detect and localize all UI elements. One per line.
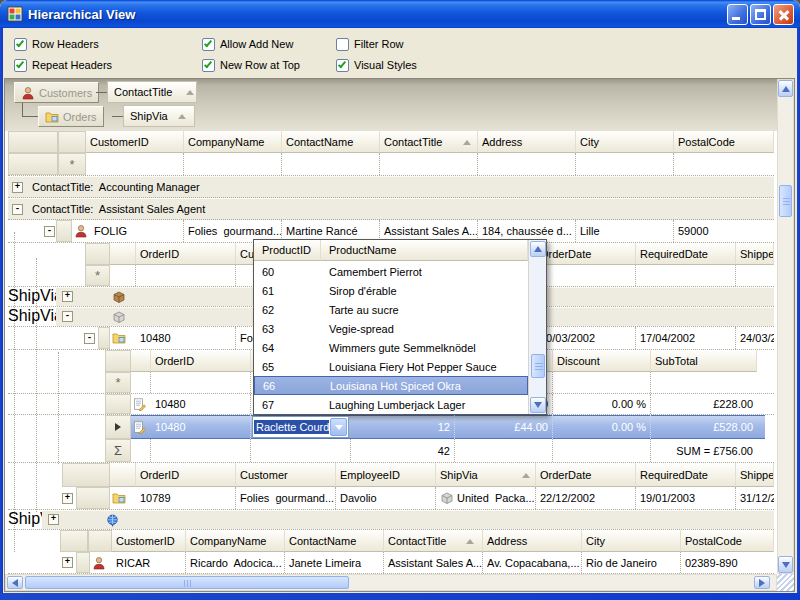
combo-dropdown-button[interactable]: [330, 418, 347, 436]
grid-cell-requireddate[interactable]: 19/01/2003: [636, 487, 736, 509]
grid-cell-postalcode[interactable]: 02389-890: [681, 552, 774, 573]
col-header-orderdate[interactable]: OrderDate: [536, 243, 636, 265]
dropdown-item-62[interactable]: 62 Tarte au sucre: [254, 300, 528, 319]
dropdown-item-61[interactable]: 61 Sirop d'érable: [254, 281, 528, 300]
col-header-orderid[interactable]: OrderID: [136, 243, 236, 265]
dropdown-item-65[interactable]: 65 Louisiana Fiery Hot Pepper Sauce: [254, 357, 528, 376]
dropdown-item-67[interactable]: 67 Laughing Lumberjack Lager: [254, 395, 528, 414]
col-header-customerid[interactable]: CustomerID: [112, 530, 186, 552]
col-header-employeeid[interactable]: EmployeeID: [336, 463, 436, 487]
dropdown-item-64[interactable]: 64 Wimmers gute Semmelknödel: [254, 338, 528, 357]
col-header-address[interactable]: Address: [478, 131, 576, 153]
checkbox-new-row-at-top[interactable]: New Row at Top: [202, 58, 300, 72]
grid-cell-customerid[interactable]: FOLIG: [86, 220, 184, 242]
grid-cell-customerid[interactable]: RICAR: [112, 552, 186, 573]
minimize-button[interactable]: [727, 4, 748, 25]
col-header-productid[interactable]: ProductID: [254, 240, 321, 261]
col-header-contactname[interactable]: ContactName: [282, 131, 380, 153]
col-header-requireddate[interactable]: RequiredDate: [636, 243, 736, 265]
grid-cell-address[interactable]: Av. Copacabana,...: [483, 552, 582, 573]
grid-cell-discount[interactable]: 0.00 %: [553, 394, 651, 414]
groupby-table-customers[interactable]: Customers: [14, 82, 99, 103]
collapse-icon[interactable]: -: [44, 226, 55, 237]
grid-cell[interactable]: [553, 372, 651, 393]
dropdown-item-60[interactable]: 60 Camembert Pierrot: [254, 262, 528, 281]
detail-row-selected[interactable]: 10480 12 £44.00 0.00 % £528.00: [8, 415, 774, 439]
expand-icon[interactable]: +: [12, 182, 23, 193]
grid-cell[interactable]: [380, 153, 478, 175]
grid-cell[interactable]: [136, 265, 236, 286]
grid-cell-customer[interactable]: Folies gourmand...: [236, 487, 336, 509]
col-header-city[interactable]: City: [576, 131, 674, 153]
grid-cell[interactable]: [576, 153, 674, 175]
col-header-orderdate[interactable]: OrderDate: [536, 463, 636, 487]
col-header-customer[interactable]: Customer: [236, 463, 336, 487]
grid-cell-unitprice[interactable]: £44.00: [455, 415, 553, 439]
grid-cell[interactable]: [282, 153, 380, 175]
checkbox-allow-add-new[interactable]: Allow Add New: [202, 37, 293, 51]
grid-cell-shipvia[interactable]: United Packa...: [436, 487, 536, 509]
col-header-city[interactable]: City: [582, 530, 681, 552]
grid-cell-orderid[interactable]: 10789: [136, 487, 236, 509]
maximize-button[interactable]: [750, 4, 771, 25]
checkbox-repeat-headers[interactable]: Repeat Headers: [14, 58, 112, 72]
col-header-customerid[interactable]: CustomerID: [86, 131, 184, 153]
grid-cell-orderdate[interactable]: 22/12/2002: [536, 487, 636, 509]
grid-cell[interactable]: [131, 372, 151, 393]
col-header-requireddate[interactable]: RequiredDate: [636, 463, 736, 487]
col-header-address[interactable]: Address: [483, 530, 582, 552]
col-header-shipvia[interactable]: ShipVia: [436, 463, 536, 487]
dropdown-scroll-thumb[interactable]: [531, 354, 545, 378]
collapse-icon[interactable]: -: [84, 333, 95, 344]
collapse-icon[interactable]: -: [12, 204, 23, 215]
grid-cell-companyname[interactable]: Ricardo Adocica...: [186, 552, 285, 573]
col-header-shippeddate[interactable]: ShippedDate: [736, 463, 774, 487]
col-header-companyname[interactable]: CompanyName: [186, 530, 285, 552]
col-header-orderid[interactable]: OrderID: [136, 463, 236, 487]
grid-cell[interactable]: [110, 265, 136, 286]
grid-cell-orderid[interactable]: 10480: [136, 327, 236, 349]
groupby-field-shipvia[interactable]: ShipVia: [123, 105, 195, 127]
checkbox-row-headers[interactable]: Row Headers: [14, 37, 99, 51]
combo-editor-value[interactable]: Raclette Courda: [254, 420, 329, 434]
grid-cell-employeeid[interactable]: Davolio: [336, 487, 436, 509]
expand-icon[interactable]: +: [62, 493, 73, 504]
checkbox-visual-styles[interactable]: Visual Styles: [336, 58, 417, 72]
close-button[interactable]: [773, 4, 794, 25]
grid-cell[interactable]: [651, 372, 757, 393]
horizontal-scrollbar[interactable]: [5, 574, 777, 591]
vertical-scroll-thumb[interactable]: [779, 185, 792, 217]
col-header-contactname[interactable]: ContactName: [285, 530, 384, 552]
grid-cell-discount[interactable]: 0.00 %: [553, 415, 651, 439]
groupby-table-orders[interactable]: Orders: [38, 106, 104, 127]
grid-cell-orderid[interactable]: 10480: [151, 394, 251, 414]
col-header-orderid[interactable]: OrderID: [151, 350, 251, 372]
grid-cell[interactable]: [184, 153, 282, 175]
collapse-icon[interactable]: -: [62, 311, 73, 322]
group-row-assistant-sales-agent[interactable]: - ContactTitle: Assistant Sales Agent: [8, 198, 774, 220]
grid-cell[interactable]: [86, 153, 184, 175]
grid-cell[interactable]: [478, 153, 576, 175]
dropdown-item-63[interactable]: 63 Vegie-spread: [254, 319, 528, 338]
grid-cell[interactable]: [736, 265, 774, 286]
product-combo-editor[interactable]: Raclette Courda: [252, 416, 349, 438]
groupby-field-contacttitle[interactable]: ContactTitle: [107, 81, 197, 103]
grid-cell-subtotal[interactable]: £528.00: [651, 415, 757, 439]
grid-cell-requireddate[interactable]: 17/04/2002: [636, 327, 736, 349]
expand-icon[interactable]: +: [62, 557, 73, 568]
grid-cell-city[interactable]: Rio de Janeiro: [582, 552, 681, 573]
expand-icon[interactable]: +: [62, 291, 73, 302]
expand-icon[interactable]: +: [48, 514, 59, 525]
grid-cell-orderdate[interactable]: 10/03/2002: [536, 327, 636, 349]
group-row-federal-shipping[interactable]: + ShipVia: Federal Shipping (2 orders): [8, 510, 774, 530]
grid-cell-city[interactable]: Lille: [576, 220, 674, 242]
grid-cell[interactable]: [636, 265, 736, 286]
resize-grip[interactable]: [777, 574, 794, 591]
col-header-productname[interactable]: ProductName: [321, 240, 528, 261]
order-row-10789[interactable]: + 10789 Folies gourmand... Davolio Unite…: [8, 487, 774, 510]
grid-cell-shippeddate[interactable]: 24/03/2: [736, 327, 774, 349]
scroll-up-button[interactable]: [530, 241, 546, 257]
group-row-accounting-manager[interactable]: + ContactTitle: Accounting Manager: [8, 176, 774, 198]
dropdown-item-66-selected[interactable]: 66 Louisiana Hot Spiced Okra: [254, 376, 528, 395]
grid-cell-contactname[interactable]: Janete Limeira: [285, 552, 384, 573]
